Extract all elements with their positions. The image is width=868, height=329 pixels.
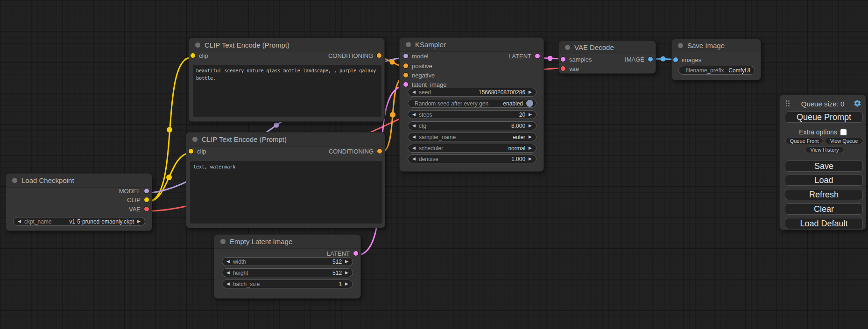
random-seed-toggle-widget[interactable]: Random seed after every gen enabled — [408, 99, 536, 108]
vae-port-icon[interactable] — [561, 66, 565, 71]
arrow-right-icon[interactable]: ▶ — [529, 146, 532, 150]
arrow-left-icon[interactable]: ◀ — [412, 146, 416, 150]
arrow-left-icon[interactable]: ◀ — [226, 282, 230, 286]
view-queue-button[interactable]: View Queue — [825, 138, 863, 144]
input-slot-vae[interactable]: vae — [561, 65, 579, 72]
arrow-right-icon[interactable]: ▶ — [529, 112, 532, 117]
scheduler-widget[interactable]: ◀ scheduler normal ▶ — [408, 144, 536, 153]
toggle-knob-icon[interactable] — [526, 100, 533, 107]
node-title-bar[interactable]: CLIP Text Encode (Prompt) — [189, 38, 384, 52]
negative-prompt-textarea[interactable]: text, watermark — [190, 161, 382, 224]
batch-size-widget[interactable]: ◀ batch_size 1 ▶ — [222, 280, 353, 288]
node-ksampler[interactable]: KSampler model positive negative latent_… — [399, 37, 544, 172]
output-slot-conditioning[interactable]: CONDITIONING — [329, 148, 382, 154]
collapse-dot-icon[interactable] — [195, 42, 200, 48]
steps-widget[interactable]: ◀ steps 20 ▶ — [408, 110, 536, 119]
node-save-image[interactable]: Save Image images filename_prefix ComfyU… — [671, 39, 761, 80]
load-button[interactable]: Load — [785, 175, 863, 186]
collapse-dot-icon[interactable] — [565, 45, 570, 50]
input-slot-clip[interactable]: clip — [189, 148, 206, 154]
arrow-left-icon[interactable]: ◀ — [18, 219, 21, 224]
arrow-left-icon[interactable]: ◀ — [226, 271, 230, 275]
collapse-dot-icon[interactable] — [12, 178, 17, 183]
filename-prefix-widget[interactable]: filename_prefix ComfyUI — [678, 66, 755, 75]
node-graph-canvas[interactable]: Load Checkpoint MODEL CLIP VAE ◀ ckpt_na… — [0, 0, 868, 329]
conditioning-port-icon[interactable] — [403, 63, 408, 68]
conditioning-port-icon[interactable] — [377, 149, 382, 154]
output-slot-latent[interactable]: LATENT — [327, 250, 358, 257]
collapse-dot-icon[interactable] — [678, 43, 683, 48]
conditioning-port-icon[interactable] — [377, 53, 381, 58]
load-default-button[interactable]: Load Default — [785, 218, 863, 229]
sampler-name-widget[interactable]: ◀ sampler_name euler ▶ — [408, 133, 536, 141]
cfg-widget[interactable]: ◀ cfg 8.000 ▶ — [408, 121, 536, 130]
arrow-right-icon[interactable]: ▶ — [345, 259, 348, 264]
node-title-bar[interactable]: Empty Latent Image — [214, 235, 360, 249]
arrow-right-icon[interactable]: ▶ — [529, 135, 532, 139]
input-slot-samples[interactable]: samples — [561, 56, 592, 63]
node-empty-latent-image[interactable]: Empty Latent Image LATENT ◀ width 512 ▶ … — [214, 234, 361, 299]
clip-port-icon[interactable] — [191, 53, 195, 58]
arrow-right-icon[interactable]: ▶ — [345, 282, 348, 286]
collapse-dot-icon[interactable] — [406, 42, 411, 47]
input-slot-negative[interactable]: negative — [403, 72, 435, 78]
output-slot-image[interactable]: IMAGE — [625, 56, 653, 63]
save-button[interactable]: Save — [785, 161, 863, 172]
collapse-dot-icon[interactable] — [192, 137, 198, 142]
output-slot-model[interactable]: MODEL — [119, 188, 149, 194]
view-history-button[interactable]: View History — [805, 147, 844, 153]
node-clip-text-encode-negative[interactable]: CLIP Text Encode (Prompt) clip CONDITION… — [186, 132, 385, 228]
output-slot-vae[interactable]: VAE — [129, 206, 149, 212]
arrow-left-icon[interactable]: ◀ — [412, 124, 416, 128]
drag-handle-icon[interactable] — [786, 100, 787, 102]
arrow-left-icon[interactable]: ◀ — [412, 135, 416, 139]
positive-prompt-textarea[interactable]: beautiful scenery nature glass bottle la… — [193, 65, 381, 117]
height-widget[interactable]: ◀ height 512 ▶ — [222, 268, 353, 277]
node-title-bar[interactable]: Save Image — [672, 39, 761, 52]
arrow-left-icon[interactable]: ◀ — [226, 259, 230, 264]
queue-front-button[interactable]: Queue Front — [785, 138, 823, 144]
clip-port-icon[interactable] — [189, 149, 193, 154]
image-port-icon[interactable] — [673, 57, 678, 62]
node-clip-text-encode-positive[interactable]: CLIP Text Encode (Prompt) clip CONDITION… — [189, 38, 385, 122]
arrow-right-icon[interactable]: ▶ — [529, 124, 532, 128]
queue-prompt-button[interactable]: Queue Prompt — [785, 112, 863, 123]
input-slot-model[interactable]: model — [403, 53, 428, 59]
arrow-right-icon[interactable]: ▶ — [137, 219, 141, 224]
queue-panel[interactable]: Queue size: 0 Queue Prompt Extra options… — [779, 95, 866, 230]
arrow-left-icon[interactable]: ◀ — [412, 90, 416, 94]
latent-port-icon[interactable] — [353, 251, 358, 256]
node-title-bar[interactable]: KSampler — [400, 38, 543, 52]
input-slot-positive[interactable]: positive — [403, 63, 432, 69]
output-slot-conditioning[interactable]: CONDITIONING — [328, 52, 381, 59]
arrow-right-icon[interactable]: ▶ — [345, 271, 348, 275]
vae-port-icon[interactable] — [144, 207, 149, 211]
node-title-bar[interactable]: VAE Decode — [559, 41, 656, 54]
output-slot-clip[interactable]: CLIP — [127, 196, 149, 203]
latent-port-icon[interactable] — [561, 57, 565, 62]
node-vae-decode[interactable]: VAE Decode samples vae IMAGE — [558, 41, 656, 74]
ckpt-name-widget[interactable]: ◀ ckpt_name v1-5-pruned-emaonly.ckpt ▶ — [13, 217, 145, 226]
collapse-dot-icon[interactable] — [220, 239, 226, 244]
output-slot-latent[interactable]: LATENT — [508, 53, 540, 59]
input-slot-images[interactable]: images — [673, 56, 701, 63]
arrow-right-icon[interactable]: ▶ — [529, 157, 532, 161]
node-title-bar[interactable]: CLIP Text Encode (Prompt) — [186, 133, 385, 147]
image-port-icon[interactable] — [648, 57, 653, 62]
model-port-icon[interactable] — [144, 189, 149, 193]
node-load-checkpoint[interactable]: Load Checkpoint MODEL CLIP VAE ◀ ckpt_na… — [6, 173, 152, 231]
clear-button[interactable]: Clear — [785, 203, 863, 215]
refresh-button[interactable]: Refresh — [785, 189, 863, 200]
extra-options-checkbox[interactable] — [840, 129, 847, 135]
node-title-bar[interactable]: Load Checkpoint — [6, 174, 152, 188]
input-slot-clip[interactable]: clip — [191, 52, 208, 59]
width-widget[interactable]: ◀ width 512 ▶ — [222, 257, 353, 266]
seed-widget[interactable]: ◀ seed 156680208700286 ▶ — [408, 88, 536, 97]
input-slot-latent-image[interactable]: latent_image — [403, 81, 446, 88]
denoise-widget[interactable]: ◀ denoise 1.000 ▶ — [408, 154, 536, 163]
arrow-left-icon[interactable]: ◀ — [412, 157, 416, 161]
model-port-icon[interactable] — [403, 54, 408, 58]
latent-port-icon[interactable] — [403, 82, 408, 87]
gear-icon[interactable] — [854, 99, 861, 107]
arrow-right-icon[interactable]: ▶ — [529, 90, 532, 94]
